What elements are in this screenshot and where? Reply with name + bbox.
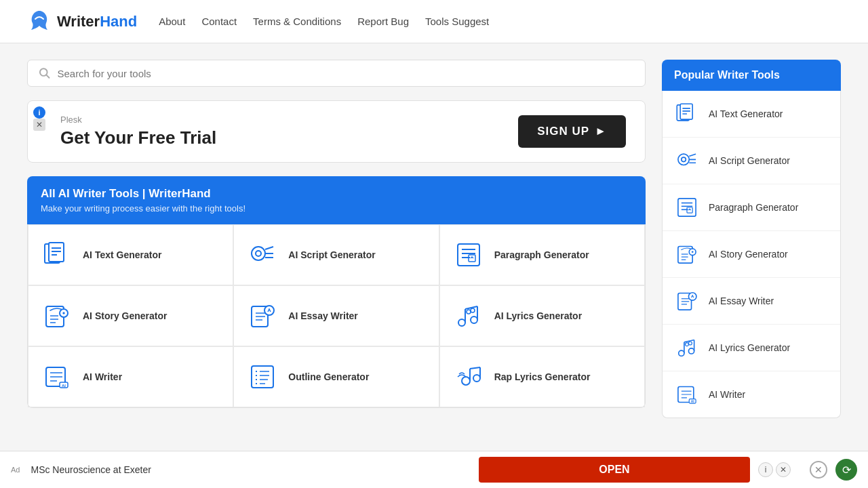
svg-line-61 xyxy=(689,154,696,156)
ad-close-badge[interactable]: ✕ xyxy=(33,119,45,131)
tool-name: AI Script Generator xyxy=(288,249,375,260)
tool-icon-outline-gen xyxy=(246,361,279,393)
logo[interactable]: WriterHand xyxy=(27,9,137,34)
svg-point-8 xyxy=(256,251,261,256)
tool-icon-story-gen xyxy=(41,300,73,332)
ad-headline: Get Your Free Trial xyxy=(60,127,216,148)
sidebar-icon-story-gen xyxy=(673,241,701,268)
nav-contact[interactable]: Contact xyxy=(201,16,237,27)
tool-card-outline-gen[interactable]: Outline Generator xyxy=(233,346,439,407)
tool-icon-essay-writer xyxy=(246,300,279,332)
svg-point-27 xyxy=(458,319,465,326)
svg-line-1 xyxy=(46,75,49,77)
tool-name: AI Writer xyxy=(83,371,122,382)
ad-banner: i ✕ Plesk Get Your Free Trial SIGN UP ► xyxy=(27,100,646,163)
svg-point-23 xyxy=(264,306,274,315)
tool-name: Outline Generator xyxy=(288,371,369,382)
sidebar-item-paragraph-gen[interactable]: Paragraph Generator xyxy=(663,184,840,231)
tool-icon-lyrics-gen xyxy=(452,300,485,332)
tool-name: Paragraph Generator xyxy=(494,249,589,260)
svg-text:AI: AI xyxy=(62,384,66,388)
sidebar-item-name: AI Lyrics Generator xyxy=(709,342,790,353)
svg-point-49 xyxy=(462,377,470,385)
svg-rect-40 xyxy=(252,366,273,388)
sidebar: Popular Writer Tools AI Text Generator A… xyxy=(662,60,841,418)
tool-name: AI Essay Writer xyxy=(288,310,357,321)
svg-point-79 xyxy=(679,350,684,356)
tools-title: All AI Writer Tools | WriterHand xyxy=(41,187,632,201)
tools-subtitle: Make your writing process easier with th… xyxy=(41,203,632,214)
sidebar-item-lyrics-gen[interactable]: AI Lyrics Generator xyxy=(663,325,840,371)
svg-point-85 xyxy=(688,342,692,345)
svg-point-60 xyxy=(682,157,686,162)
navbar: WriterHand About Contact Terms & Conditi… xyxy=(0,0,868,43)
tool-card-ai-writer[interactable]: AI AI Writer xyxy=(28,346,233,407)
sidebar-item-name: AI Script Generator xyxy=(709,155,790,166)
tool-icon-script-gen xyxy=(246,239,279,271)
nav-terms[interactable]: Terms & Conditions xyxy=(253,16,341,27)
sidebar-header: Popular Writer Tools xyxy=(662,60,841,91)
tool-name: AI Text Generator xyxy=(83,249,161,260)
search-icon xyxy=(39,67,50,79)
sidebar-item-name: AI Writer xyxy=(709,389,745,400)
nav-about[interactable]: About xyxy=(159,16,185,27)
svg-line-9 xyxy=(265,247,273,249)
svg-point-75 xyxy=(688,293,696,300)
tools-header: All AI Writer Tools | WriterHand Make yo… xyxy=(27,176,646,224)
svg-point-50 xyxy=(473,375,480,382)
svg-point-7 xyxy=(252,247,265,260)
tool-card-paragraph-gen[interactable]: Paragraph Generator xyxy=(439,224,645,285)
svg-text:AI: AI xyxy=(691,400,695,403)
tool-icon-paragraph-gen xyxy=(452,239,485,271)
nav-tools-suggest[interactable]: Tools Suggest xyxy=(425,16,489,27)
tool-icon-ai-writer: AI xyxy=(41,361,73,393)
svg-point-59 xyxy=(678,154,689,165)
sidebar-item-ai-writer[interactable]: AI AI Writer xyxy=(663,371,840,418)
tool-icon-rap-lyrics xyxy=(452,361,485,393)
sidebar-item-script-gen[interactable]: AI Script Generator xyxy=(663,138,840,184)
sidebar-icon-paragraph-gen xyxy=(673,194,701,221)
sidebar-list: AI Text Generator AI Script Generator Pa… xyxy=(662,91,841,418)
tool-name: Rap Lyrics Generator xyxy=(494,371,591,382)
sidebar-icon-text-gen xyxy=(673,100,701,127)
sidebar-icon-essay-writer xyxy=(673,287,701,314)
tool-card-essay-writer[interactable]: AI Essay Writer xyxy=(233,285,439,346)
ad-plesk-label: Plesk xyxy=(60,115,216,125)
tool-card-rap-lyrics[interactable]: Rap Lyrics Generator xyxy=(439,346,645,407)
svg-line-53 xyxy=(470,367,480,369)
logo-icon xyxy=(27,9,52,34)
svg-point-80 xyxy=(688,348,694,354)
sidebar-item-name: AI Story Generator xyxy=(709,249,788,260)
nav-report-bug[interactable]: Report Bug xyxy=(357,16,409,27)
tool-card-story-gen[interactable]: AI Story Generator xyxy=(28,285,233,346)
sidebar-icon-script-gen xyxy=(673,147,701,174)
sidebar-item-name: Paragraph Generator xyxy=(709,202,798,213)
search-input[interactable] xyxy=(57,68,634,79)
sidebar-item-name: AI Essay Writer xyxy=(709,296,774,306)
tools-grid: AI Text Generator AI Script Generator Pa… xyxy=(27,224,646,408)
svg-point-28 xyxy=(471,317,477,323)
ad-signup-button[interactable]: SIGN UP ► xyxy=(518,115,626,148)
logo-text: WriterHand xyxy=(57,13,137,30)
svg-point-32 xyxy=(467,310,471,314)
sidebar-item-essay-writer[interactable]: AI Essay Writer xyxy=(663,278,840,325)
tool-name: AI Lyrics Generator xyxy=(494,310,582,321)
svg-rect-68 xyxy=(687,207,692,213)
sidebar-item-name: AI Text Generator xyxy=(709,108,783,119)
svg-point-33 xyxy=(471,308,475,312)
sidebar-item-story-gen[interactable]: AI Story Generator xyxy=(663,231,840,278)
sidebar-icon-ai-writer: AI xyxy=(673,381,701,408)
tool-card-lyrics-gen[interactable]: AI Lyrics Generator xyxy=(439,285,645,346)
svg-point-84 xyxy=(686,343,689,346)
sidebar-item-text-gen[interactable]: AI Text Generator xyxy=(663,91,840,138)
search-bar xyxy=(27,60,646,87)
sidebar-icon-lyrics-gen xyxy=(673,334,701,361)
tool-card-script-gen[interactable]: AI Script Generator xyxy=(233,224,439,285)
tool-name: AI Story Generator xyxy=(83,310,167,321)
tool-card-text-gen[interactable]: AI Text Generator xyxy=(28,224,233,285)
ad-info-badge: i xyxy=(33,106,45,119)
tool-icon-text-gen xyxy=(41,239,73,271)
